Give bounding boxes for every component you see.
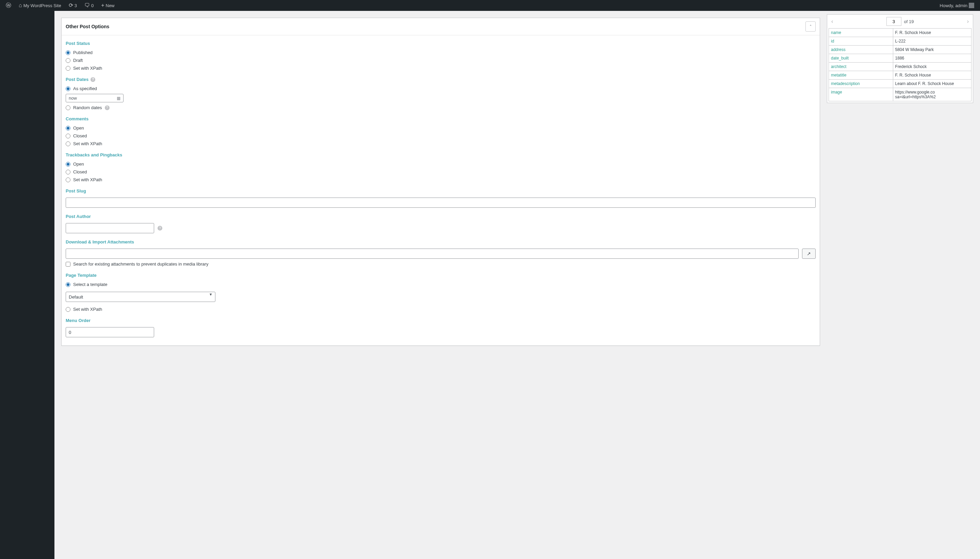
pager-total-label: of 19 [904, 19, 914, 24]
new-label: New [106, 3, 115, 8]
comments-link[interactable]: 🗨0 [82, 3, 96, 8]
post-status-draft-radio[interactable] [66, 58, 70, 63]
table-row: metatitleF. R. Schock House [829, 71, 972, 79]
field-key: name [829, 28, 893, 37]
table-row: address5804 W Midway Park [829, 46, 972, 54]
field-value: 5804 W Midway Park [893, 46, 971, 54]
admin-bar: ⓦ ⌂My WordPress Site ⟳3 🗨0 +New Howdy, a… [0, 0, 980, 11]
comments-heading: Comments [66, 116, 816, 121]
table-row: metadescriptionLearn about F. R. Schock … [829, 79, 972, 88]
panel-toggle-button[interactable]: ˄ [806, 22, 816, 31]
post-status-heading: Post Status [66, 41, 816, 46]
help-icon[interactable]: ? [91, 77, 95, 82]
wordpress-icon: ⓦ [6, 3, 11, 8]
site-name-label: My WordPress Site [23, 3, 61, 8]
post-status-xpath-radio[interactable] [66, 66, 70, 71]
field-key: metatitle [829, 71, 893, 79]
other-post-options-panel: Other Post Options ˄ Post Status Publish… [61, 18, 820, 346]
table-row: date_built1886 [829, 54, 972, 63]
help-icon[interactable]: ? [105, 106, 109, 110]
panel-header[interactable]: Other Post Options ˄ [61, 18, 820, 35]
account-link[interactable]: Howdy, admin [937, 3, 977, 8]
pager-prev-button[interactable]: ‹ [829, 17, 835, 26]
home-icon: ⌂ [19, 3, 22, 8]
trackbacks-closed-radio[interactable] [66, 170, 70, 174]
table-row: nameF. R. Schock House [829, 28, 972, 37]
trackbacks-heading: Trackbacks and Pingbacks [66, 152, 816, 157]
admin-sidebar [0, 11, 55, 559]
field-key: metadescription [829, 79, 893, 88]
wp-logo[interactable]: ⓦ [3, 3, 13, 8]
updates-icon: ⟳ [69, 3, 73, 8]
trackbacks-xpath-radio[interactable] [66, 177, 70, 182]
search-existing-checkbox[interactable] [66, 262, 70, 266]
table-row: imagehttps://www.google.co sa=i&url=http… [829, 88, 972, 101]
field-value: Learn about F. R. Schock House [893, 79, 971, 88]
chevron-up-icon: ˄ [809, 24, 812, 29]
post-dates-specified-label: As specified [73, 86, 97, 91]
pager-current-input[interactable] [886, 17, 901, 26]
new-link[interactable]: +New [99, 3, 117, 8]
field-key: address [829, 46, 893, 54]
record-data-table: nameF. R. Schock HouseidL-222address5804… [829, 28, 972, 101]
comments-xpath-label: Set with XPath [73, 141, 102, 146]
post-slug-heading: Post Slug [66, 189, 816, 194]
post-dates-random-label: Random dates [73, 105, 102, 110]
template-select[interactable]: Default [66, 292, 216, 302]
menu-order-input[interactable] [66, 327, 154, 337]
comments-closed-radio[interactable] [66, 134, 70, 138]
trackbacks-xpath-label: Set with XPath [73, 177, 102, 182]
comment-icon: 🗨 [85, 3, 90, 8]
post-status-published-label: Published [73, 50, 93, 55]
post-status-xpath-label: Set with XPath [73, 66, 102, 71]
template-select-label: Select a template [73, 282, 107, 287]
expand-icon: ↗ [807, 251, 811, 256]
help-icon[interactable]: ? [158, 226, 163, 230]
avatar [969, 3, 974, 8]
comments-open-label: Open [73, 126, 84, 131]
post-dates-random-radio[interactable] [66, 106, 70, 110]
comments-closed-label: Closed [73, 133, 87, 138]
post-status-published-radio[interactable] [66, 50, 70, 55]
attachments-heading: Download & Import Attachments [66, 239, 816, 245]
post-date-value: now [69, 96, 77, 101]
table-row: idL-222 [829, 37, 972, 46]
menu-order-heading: Menu Order [66, 318, 816, 323]
field-value: 1886 [893, 54, 971, 63]
comments-xpath-radio[interactable] [66, 141, 70, 146]
post-dates-heading: Post Dates? [66, 77, 816, 82]
post-dates-specified-radio[interactable] [66, 86, 70, 91]
record-preview-panel: ‹ of 19 › nameF. R. Schock HouseidL-222a… [827, 14, 973, 103]
field-value: https://www.google.co sa=i&url=https%3A%… [893, 88, 971, 101]
template-xpath-label: Set with XPath [73, 307, 102, 312]
attachments-input[interactable] [66, 248, 799, 259]
post-slug-input[interactable] [66, 198, 816, 208]
field-key: date_built [829, 54, 893, 63]
table-row: architectFrederick Schock [829, 63, 972, 71]
field-value: L-222 [893, 37, 971, 46]
template-select-radio[interactable] [66, 282, 70, 287]
record-pager: ‹ of 19 › [827, 15, 973, 28]
post-author-input[interactable] [66, 223, 154, 233]
trackbacks-closed-label: Closed [73, 169, 87, 174]
page-template-heading: Page Template [66, 273, 816, 278]
site-link[interactable]: ⌂My WordPress Site [17, 3, 64, 8]
search-existing-label: Search for existing attachments to preve… [73, 261, 208, 266]
pager-next-button[interactable]: › [965, 17, 971, 26]
field-value: F. R. Schock House [893, 28, 971, 37]
field-key: id [829, 37, 893, 46]
attachments-expand-button[interactable]: ↗ [802, 248, 816, 259]
post-author-heading: Post Author [66, 214, 816, 219]
template-xpath-radio[interactable] [66, 307, 70, 312]
post-date-input[interactable]: now▦ [66, 94, 124, 103]
trackbacks-open-radio[interactable] [66, 162, 70, 167]
comments-open-radio[interactable] [66, 126, 70, 131]
field-key: architect [829, 63, 893, 71]
trackbacks-open-label: Open [73, 162, 84, 167]
updates-link[interactable]: ⟳3 [66, 3, 79, 8]
field-value: Frederick Schock [893, 63, 971, 71]
howdy-label: Howdy, admin [940, 3, 967, 8]
field-value: F. R. Schock House [893, 71, 971, 79]
post-status-draft-label: Draft [73, 58, 83, 63]
plus-icon: + [101, 3, 104, 8]
